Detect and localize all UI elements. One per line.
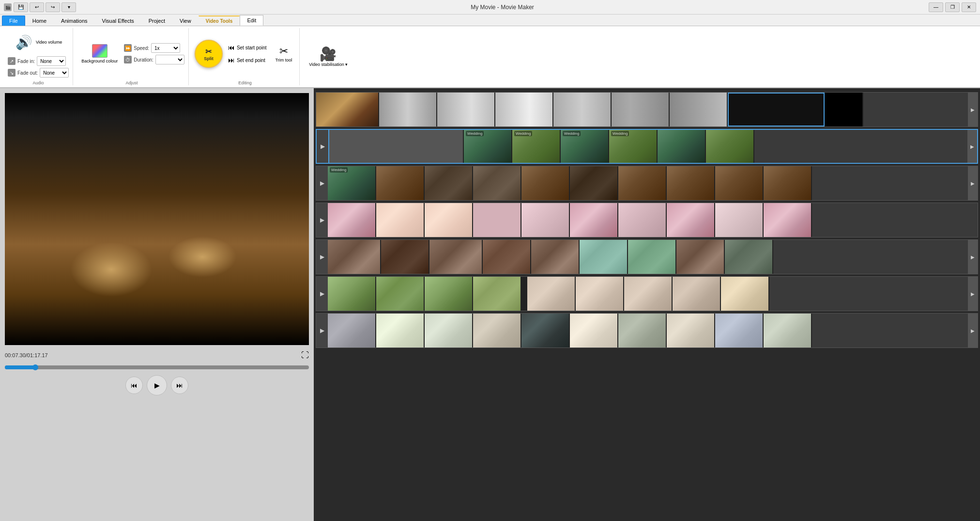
track4-cell-2[interactable] [376, 203, 425, 237]
track3-cell-7[interactable] [618, 166, 667, 200]
track6-cell-2[interactable] [376, 277, 425, 311]
save-quick-btn[interactable]: 💾 [14, 2, 28, 12]
track5-cell-8[interactable] [676, 240, 725, 274]
track5-cell-9[interactable] [725, 240, 773, 274]
track4-cell-8[interactable] [667, 203, 715, 237]
minimize-btn[interactable]: — [929, 2, 943, 12]
track2-cell-1[interactable]: Wedding [464, 130, 512, 163]
fade-in-dropdown[interactable]: None [37, 56, 66, 66]
track5-cell-3[interactable] [429, 240, 483, 274]
track2-cell-4[interactable]: Wedding [609, 130, 658, 163]
track4-cell-4[interactable] [473, 203, 521, 237]
track3-cell-4[interactable] [473, 166, 521, 200]
track5-play-btn[interactable]: ▶ [316, 240, 328, 274]
track1-cell-black[interactable] [728, 93, 825, 126]
forward-btn[interactable]: ⏭ [171, 377, 188, 394]
restore-btn[interactable]: ❐ [945, 2, 960, 12]
split-button[interactable]: ✂ Split [195, 40, 223, 68]
track1-cell-3[interactable] [437, 93, 495, 126]
track7-cell-1[interactable] [328, 314, 376, 347]
track7-cell-2[interactable] [376, 314, 425, 347]
track1-cell-end[interactable] [825, 93, 863, 126]
redo-btn[interactable]: ↪ [46, 2, 60, 12]
track4-cell-10[interactable] [764, 203, 812, 237]
track5-cell-5[interactable] [531, 240, 580, 274]
rewind-btn[interactable]: ⏮ [125, 377, 143, 394]
track4-cell-7[interactable] [618, 203, 667, 237]
track5-cell-6[interactable] [580, 240, 628, 274]
tab-animations[interactable]: Animations [54, 16, 94, 26]
play-btn[interactable]: ▶ [147, 375, 167, 395]
tab-file[interactable]: File [2, 16, 25, 26]
tab-project[interactable]: Project [141, 16, 172, 26]
track7-cell-5[interactable] [521, 314, 570, 347]
track5-cell-1[interactable] [328, 240, 381, 274]
tab-view[interactable]: View [172, 16, 199, 26]
track6-cell-3[interactable] [425, 277, 473, 311]
track3-play-btn[interactable]: ▶ [316, 166, 328, 200]
track7-play-btn[interactable]: ▶ [316, 314, 328, 347]
track3-cell-8[interactable] [667, 166, 715, 200]
track2-cell-5[interactable] [658, 130, 706, 163]
video-stabilisation-btn[interactable]: 🎥 Video stabilisation ▾ [306, 44, 351, 69]
fade-out-dropdown[interactable]: None [40, 68, 69, 78]
track6-cell-4[interactable] [473, 277, 521, 311]
track7-cell-7[interactable] [618, 314, 667, 347]
track7-cell-4[interactable] [473, 314, 521, 347]
track1-cell-2[interactable] [379, 93, 437, 126]
quick-access-more[interactable]: ▾ [61, 2, 76, 12]
progress-bar[interactable] [5, 365, 309, 369]
track4-play-btn[interactable]: ▶ [316, 203, 328, 237]
duration-dropdown[interactable] [155, 55, 184, 64]
track5-cell-4[interactable] [483, 240, 531, 274]
track7-cell-9[interactable] [715, 314, 764, 347]
progress-thumb[interactable] [32, 364, 38, 370]
set-end-point-btn[interactable]: ⏭ Set end point [225, 55, 270, 65]
track6-play-btn[interactable]: ▶ [316, 277, 328, 311]
track1-cell-7[interactable] [670, 93, 728, 126]
undo-btn[interactable]: ↩ [30, 2, 44, 12]
track4-cell-1[interactable] [328, 203, 376, 237]
track1-scroll-right[interactable]: ▶ [968, 93, 978, 126]
track6-cell-1[interactable] [328, 277, 376, 311]
track2-scroll-right[interactable]: ▶ [967, 130, 977, 163]
track3-cell-9[interactable] [715, 166, 764, 200]
track7-cell-6[interactable] [570, 314, 618, 347]
fullscreen-btn[interactable]: ⛶ [301, 351, 309, 360]
track3-cell-2[interactable] [376, 166, 425, 200]
track7-cell-8[interactable] [667, 314, 715, 347]
track5-scroll-right[interactable]: ▶ [968, 240, 978, 274]
track4-cell-5[interactable] [521, 203, 570, 237]
track3-cell-3[interactable] [425, 166, 473, 200]
track3-scroll-right[interactable]: ▶ [968, 166, 978, 200]
track3-cell-1[interactable]: Wedding [328, 166, 376, 200]
track2-play-btn[interactable]: ▶ [317, 130, 328, 163]
trim-tool-btn[interactable]: ✂ Trim tool [272, 43, 296, 65]
track6-cell-9[interactable] [721, 277, 769, 311]
close-btn[interactable]: ✕ [962, 2, 976, 12]
track1-cell-4[interactable] [495, 93, 553, 126]
track1-cell-6[interactable] [612, 93, 670, 126]
video-volume-btn[interactable]: 🔊 Video volume [8, 30, 69, 54]
set-start-point-btn[interactable]: ⏮ Set start point [225, 42, 270, 53]
track2-cell-6[interactable] [706, 130, 754, 163]
tab-visual-effects[interactable]: Visual Effects [95, 16, 141, 26]
background-colour-btn[interactable]: Background colour [79, 42, 120, 66]
track6-cell-5[interactable] [527, 277, 576, 311]
track6-scroll-right[interactable]: ▶ [968, 277, 978, 311]
track5-cell-2[interactable] [381, 240, 429, 274]
track4-cell-6[interactable] [570, 203, 618, 237]
track6-cell-7[interactable] [624, 277, 673, 311]
track7-cell-10[interactable] [764, 314, 812, 347]
speed-dropdown[interactable]: 1x 0.5x 2x [151, 43, 180, 53]
track7-scroll-right[interactable]: ▶ [968, 314, 978, 347]
tab-edit[interactable]: Edit [240, 15, 263, 26]
track1-cell-1[interactable] [316, 93, 379, 126]
track5-cell-7[interactable] [628, 240, 676, 274]
track3-cell-10[interactable] [764, 166, 812, 200]
track4-cell-3[interactable] [425, 203, 473, 237]
track6-cell-6[interactable] [576, 277, 624, 311]
track4-cell-9[interactable] [715, 203, 764, 237]
track3-cell-6[interactable] [570, 166, 618, 200]
track1-cell-5[interactable] [553, 93, 612, 126]
